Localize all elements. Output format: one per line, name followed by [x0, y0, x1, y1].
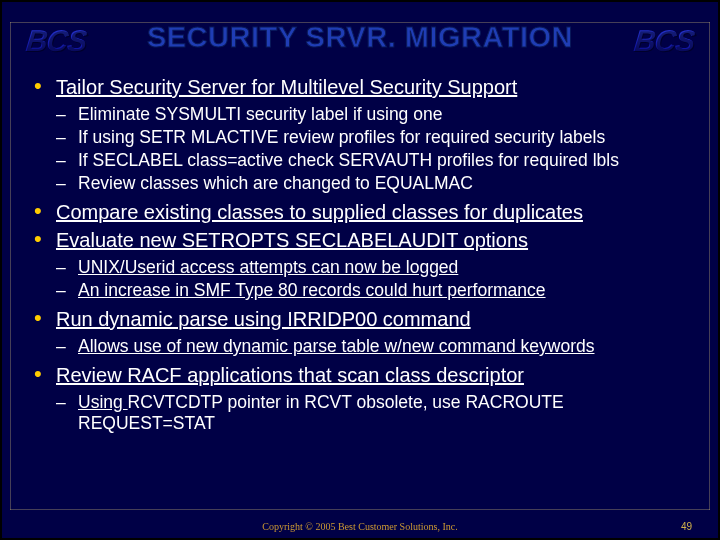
copyright: Copyright © 2005 Best Customer Solutions… — [2, 521, 718, 532]
sub-item: Allows use of new dynamic parse table w/… — [56, 336, 698, 357]
bullet-list: Tailor Security Server for Multilevel Se… — [30, 75, 698, 434]
bullet-text: Tailor Security Server for Multilevel Se… — [56, 76, 517, 98]
sub-item: An increase in SMF Type 80 records could… — [56, 280, 698, 301]
slide-title: SECURITY SRVR. MIGRATION — [147, 21, 573, 54]
bullet-item: Tailor Security Server for Multilevel Se… — [30, 75, 698, 194]
rule — [10, 22, 11, 510]
sub-list: Allows use of new dynamic parse table w/… — [56, 336, 698, 357]
header: BCS SECURITY SRVR. MIGRATION BCS — [2, 2, 718, 72]
bullet-item: Run dynamic parse using IRRIDP00 command… — [30, 307, 698, 357]
sub-item: UNIX/Userid access attempts can now be l… — [56, 257, 698, 278]
sub-item: Using RCVTCDTP pointer in RCVT obsolete,… — [56, 392, 698, 434]
logo-left: BCS — [24, 24, 88, 58]
page-number: 49 — [681, 521, 692, 532]
bullet-item: Review RACF applications that scan class… — [30, 363, 698, 434]
bullet-text: Compare existing classes to supplied cla… — [56, 201, 583, 223]
sub-item: If using SETR MLACTIVE review profiles f… — [56, 127, 698, 148]
sub-list: Using RCVTCDTP pointer in RCVT obsolete,… — [56, 392, 698, 434]
sub-text: RCVTCDTP pointer in RCVT obsolete, use R… — [78, 392, 564, 433]
sub-list: UNIX/Userid access attempts can now be l… — [56, 257, 698, 301]
sub-item: Review classes which are changed to EQUA… — [56, 173, 698, 194]
bullet-text: Run dynamic parse using IRRIDP00 command — [56, 308, 471, 330]
content: Tailor Security Server for Multilevel Se… — [2, 75, 718, 434]
sub-item: If SECLABEL class=active check SERVAUTH … — [56, 150, 698, 171]
sub-item: Eliminate SYSMULTI security label if usi… — [56, 104, 698, 125]
bullet-text: Review RACF applications that scan class… — [56, 364, 524, 386]
bullet-text: Evaluate new SETROPTS SECLABELAUDIT opti… — [56, 229, 528, 251]
logo-right: BCS — [632, 24, 696, 58]
rule — [10, 509, 710, 510]
bullet-item: Evaluate new SETROPTS SECLABELAUDIT opti… — [30, 228, 698, 301]
bullet-item: Compare existing classes to supplied cla… — [30, 200, 698, 225]
slide: BCS SECURITY SRVR. MIGRATION BCS Tailor … — [0, 0, 720, 540]
rule — [709, 22, 710, 510]
sub-list: Eliminate SYSMULTI security label if usi… — [56, 104, 698, 194]
sub-text-underlined: Using — [78, 392, 128, 412]
